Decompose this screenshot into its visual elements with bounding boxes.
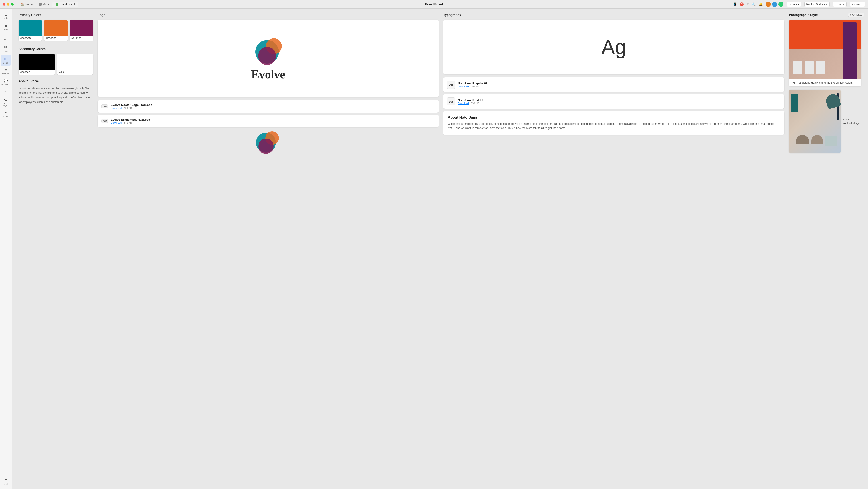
font-meta-2: Download · 399 KB <box>458 102 483 105</box>
sidebar-item-board[interactable]: ⊞ Board <box>1 55 11 66</box>
file-name-1: Evolve-Master-Logo-RGB.eps <box>111 103 152 107</box>
home-icon: 🏠 <box>20 2 24 6</box>
trash-icon: 🗑 <box>4 479 8 483</box>
logo-svg <box>252 36 284 68</box>
photo-placeholder-2 <box>789 90 841 153</box>
tab-home[interactable]: 🏠 Home <box>17 2 36 7</box>
sidebar-item-column[interactable]: ≡ Column <box>1 66 11 77</box>
download-link-2[interactable]: Download <box>111 121 122 124</box>
device-icon: 📱 <box>733 2 737 6</box>
main-content: 0 Unsorted Primary Colors #008D9B #E76C2… <box>12 9 868 489</box>
sidebar-item-line[interactable]: ✏ Line <box>1 43 11 54</box>
sidebar-item-trash[interactable]: 🗑 Trash <box>1 477 11 487</box>
secondary-swatches: #000000 White <box>19 54 93 75</box>
font-download-2[interactable]: Download <box>458 102 469 105</box>
font-info-1: NotoSans-Regular.ttf Download · 399 KB <box>458 82 487 88</box>
add-image-icon: 🖼 <box>4 97 8 102</box>
aa-badge-2: Aa <box>447 97 455 106</box>
search-icon[interactable]: 🔍 <box>752 2 755 6</box>
tab-bar: 🏠 Home Work Brand Board <box>17 2 78 7</box>
page-title: Brand Board <box>425 2 443 6</box>
sidebar-item-note[interactable]: ☰ Note <box>1 10 11 21</box>
type-sample-card: Ag <box>443 20 784 74</box>
tab-work[interactable]: Work <box>36 2 53 7</box>
raw-badge-2: raw <box>101 119 108 123</box>
draw-icon: ✒ <box>4 111 7 115</box>
font-info-2: NotoSans-Bold.ttf Download · 399 KB <box>458 98 483 105</box>
zoom-button[interactable]: Zoom out <box>850 2 865 7</box>
swatch-black-label: #000000 <box>19 70 55 75</box>
logo-file-1: raw Evolve-Master-Logo-RGB.eps Download … <box>98 100 439 113</box>
title-right: 📱 21 ? 🔍 🔔 Editors ▾ Publish & share ▾ E… <box>733 2 865 7</box>
notification-badge[interactable]: 21 <box>740 2 744 6</box>
swatch-teal-color <box>19 20 42 36</box>
tab-brand-board[interactable]: Brand Board <box>53 2 78 7</box>
brandmark-svg <box>253 130 283 154</box>
about-font-title: About Noto Sans <box>448 115 780 119</box>
sidebar-item-dots[interactable]: ··· <box>1 88 11 95</box>
unsorted-badge[interactable]: 0 Unsorted <box>848 13 864 17</box>
export-chevron: ▾ <box>843 3 844 6</box>
swatch-white-label: White <box>57 70 93 75</box>
file-size-val-2: 371 KB <box>124 121 132 124</box>
alert-icon[interactable]: 🔔 <box>759 2 763 6</box>
sidebar-note-label: Note <box>4 17 8 19</box>
publish-button[interactable]: Publish & share ▾ <box>804 2 830 7</box>
about-font-card: About Noto Sans When text is rendered by… <box>443 111 784 135</box>
swatch-orange: #E76C23 <box>44 20 67 41</box>
work-icon <box>39 3 41 6</box>
logo-card: Evolve <box>98 20 439 97</box>
file-name-2: Evolve-Brandmark-RGB.eps <box>111 118 150 121</box>
zoom-label: Zoom out <box>852 3 863 6</box>
ag-sample: Ag <box>601 35 626 59</box>
line-icon: ✏ <box>4 45 7 50</box>
sidebar: ☰ Note ⛓ Link ≔ To-do ✏ Line ⊞ Board ≡ C… <box>0 9 12 489</box>
photo-placeholder-1 <box>789 20 861 79</box>
sidebar-item-draw[interactable]: ✒ Draw <box>1 109 11 119</box>
photo-caption-1: Minimal details ideally capturing the pr… <box>789 79 861 86</box>
swatch-teal-label: #008D9B <box>19 36 42 41</box>
sidebar-todo-label: To-do <box>3 38 8 40</box>
editors-button[interactable]: Editors ▾ <box>786 2 801 7</box>
tab-brand-board-label: Brand Board <box>60 3 75 6</box>
file-info-1: Evolve-Master-Logo-RGB.eps Download · 46… <box>111 103 152 109</box>
minimize-button[interactable] <box>7 3 9 6</box>
swatch-purple: #811956 <box>70 20 93 41</box>
editors-chevron: ▾ <box>798 3 799 6</box>
secondary-colors-section: Secondary Colors #000000 White <box>19 47 93 75</box>
comment-icon: 💬 <box>4 79 8 83</box>
download-link-1[interactable]: Download <box>111 107 122 109</box>
note-icon: ☰ <box>4 12 7 17</box>
export-button[interactable]: Export ▾ <box>833 2 847 7</box>
avatar-1 <box>766 2 771 7</box>
swatch-white-color <box>57 54 93 70</box>
board-icon: ⊞ <box>4 56 7 61</box>
publish-label: Publish & share <box>806 3 826 6</box>
aa-badge-1: Aa <box>447 81 455 89</box>
swatch-purple-color <box>70 20 93 36</box>
file-size-val-1: 464 KB <box>124 107 132 109</box>
about-title: About Evolve <box>19 79 93 83</box>
typography-title: Typography <box>443 13 784 17</box>
font-download-1[interactable]: Download <box>458 85 469 88</box>
sidebar-item-add-image[interactable]: 🖼 Add image <box>1 96 11 109</box>
question-icon[interactable]: ? <box>747 2 749 6</box>
font-size-1: 399 KB <box>471 85 479 88</box>
app-body: ☰ Note ⛓ Link ≔ To-do ✏ Line ⊞ Board ≡ C… <box>0 9 868 489</box>
font-size-2: 399 KB <box>471 102 479 105</box>
primary-colors-section: Primary Colors #008D9B #E76C23 #81195 <box>19 13 93 42</box>
sidebar-item-comment[interactable]: 💬 Comment <box>1 77 11 87</box>
logo-file-2: raw Evolve-Brandmark-RGB.eps Download · … <box>98 115 439 127</box>
sidebar-comment-label: Comment <box>1 83 10 85</box>
swatch-white: White <box>57 54 93 75</box>
sidebar-item-link[interactable]: ⛓ Link <box>1 22 11 32</box>
swatch-purple-label: #811956 <box>70 36 93 41</box>
close-button[interactable] <box>3 3 5 6</box>
sidebar-item-todo[interactable]: ≔ To-do <box>1 32 11 42</box>
font-file-2: Aa NotoSans-Bold.ttf Download · 399 KB <box>443 94 784 109</box>
editors-row <box>766 2 783 7</box>
maximize-button[interactable] <box>11 3 13 6</box>
about-section: About Evolve Luxurious office spaces for… <box>19 79 93 105</box>
secondary-colors-title: Secondary Colors <box>19 47 93 51</box>
swatch-black: #000000 <box>19 54 55 75</box>
